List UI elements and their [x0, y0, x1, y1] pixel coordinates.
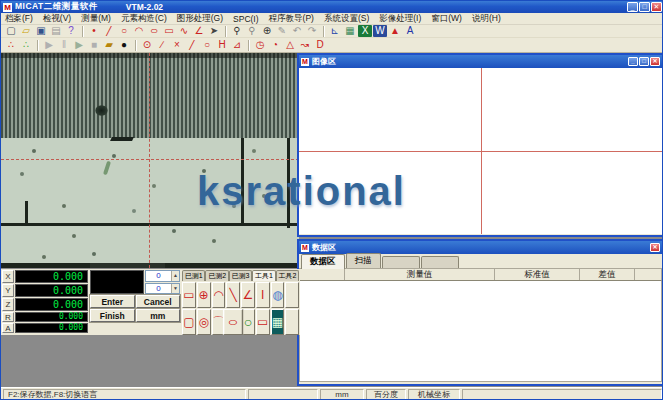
coord-axis-icon[interactable]: ⊾ [328, 25, 342, 37]
line2-icon[interactable]: ╱ [185, 39, 199, 51]
menu-help[interactable]: 说明(H) [472, 13, 501, 25]
tool-line-icon[interactable]: ╲ [226, 282, 240, 308]
status-angle-unit[interactable]: 百分度 [366, 389, 406, 400]
word-export-icon[interactable]: W [373, 25, 387, 37]
point-tool-icon[interactable]: • [87, 25, 101, 37]
image-view-icon[interactable]: ▦ [343, 25, 357, 37]
tool-ring-icon[interactable]: ◎ [197, 309, 211, 335]
camera-view[interactable] [1, 53, 299, 268]
menu-measure[interactable]: 测量(M) [81, 13, 111, 25]
segment-points-icon[interactable]: ∕ [155, 39, 169, 51]
menu-imageproc[interactable]: 影像处理(I) [379, 13, 421, 25]
tool-height-icon[interactable]: I [256, 282, 270, 308]
graphics-close-button[interactable]: ✕ [650, 57, 660, 66]
play-icon[interactable]: ▶ [42, 39, 56, 51]
circle-point-icon[interactable]: ⊙ [140, 39, 154, 51]
pan-icon[interactable]: ⚲ [245, 25, 259, 37]
stop-icon[interactable]: ■ [87, 39, 101, 51]
run-icon[interactable]: ▶ [72, 39, 86, 51]
center-target-icon[interactable]: ⊕ [260, 25, 274, 37]
data-close-button[interactable]: ✕ [650, 243, 660, 252]
status-coord-mode[interactable]: 机械坐标 [408, 389, 460, 400]
line-tool-icon[interactable]: ╱ [102, 25, 116, 37]
menu-file[interactable]: 档案(F) [5, 13, 33, 25]
save-icon[interactable]: ▣ [34, 25, 48, 37]
text-label-icon[interactable]: A [403, 25, 417, 37]
tool-rect-icon[interactable]: ▭ [182, 282, 196, 308]
menu-spc[interactable]: SPC(I) [233, 14, 259, 24]
zoom-icon[interactable]: ⚲ [230, 25, 244, 37]
circle-tool-icon[interactable]: ○ [117, 25, 131, 37]
spinner-1[interactable]: 0 ▲ [145, 270, 180, 282]
tab-measured-3[interactable]: 已测3 [229, 270, 252, 281]
title-bar[interactable]: M MICAT二维测量软件 VTM-2.02 _ □ ✕ [1, 1, 663, 13]
angle2-icon[interactable]: ⊿ [230, 39, 244, 51]
tri-angle-icon[interactable]: △ [283, 39, 297, 51]
tab-data[interactable]: 数据区 [301, 254, 345, 269]
distance-h-icon[interactable]: H [215, 39, 229, 51]
delete-x-icon[interactable]: × [170, 39, 184, 51]
enter-button[interactable]: Enter [90, 295, 135, 308]
angle-tool-icon[interactable]: ∠ [192, 25, 206, 37]
video-crosshair-vertical [149, 53, 150, 268]
menu-window[interactable]: 窗口(W) [431, 13, 462, 25]
tool-blank [285, 309, 299, 335]
pause-icon[interactable]: ‖ [57, 39, 71, 51]
tab-measured-2[interactable]: 已测2 [205, 270, 228, 281]
report-app-icon[interactable]: ▲ [388, 25, 402, 37]
menu-system[interactable]: 系统设置(S) [324, 13, 369, 25]
print-icon[interactable]: ▤ [49, 25, 63, 37]
tab-tools-2[interactable]: 工具2 [276, 270, 299, 281]
calib-dots-red-icon[interactable]: ∴ [4, 39, 18, 51]
status-unit[interactable]: mm [320, 389, 364, 400]
tool-globe-icon[interactable]: ◍ [271, 282, 285, 308]
spinner-up-icon[interactable]: ▲ [171, 271, 179, 281]
graphics-restore-button[interactable]: □ [639, 57, 649, 66]
new-file-icon[interactable]: ▢ [4, 25, 18, 37]
toolbar-separator [323, 26, 324, 37]
tool-angle-icon[interactable]: ∠ [241, 282, 255, 308]
tool-arc-icon[interactable]: ◠ [212, 282, 226, 308]
clock1-icon[interactable]: ◷ [253, 39, 267, 51]
pencil-icon[interactable]: ✎ [275, 25, 289, 37]
spinner-2[interactable]: 0 ▼ [145, 283, 180, 295]
datum-d-icon[interactable]: Ḋ [313, 39, 327, 51]
tab-measured-1[interactable]: 已测1 [182, 270, 205, 281]
tool-rect2-icon[interactable]: ▭ [256, 309, 270, 335]
clock2-icon[interactable]: ◔ [268, 39, 282, 51]
menu-program[interactable]: 程序教导(P) [269, 13, 314, 25]
undo-icon[interactable]: ↶ [290, 25, 304, 37]
graphics-window-titlebar[interactable]: M 图像区 _ □ ✕ [299, 55, 662, 68]
folder-icon[interactable]: ▰ [102, 39, 116, 51]
tab-tools-1[interactable]: 工具1 [252, 270, 275, 281]
tool-circle-target-icon[interactable]: ⊕ [197, 282, 211, 308]
spline-tool-icon[interactable]: ∿ [177, 25, 191, 37]
calib-dots-green-icon[interactable]: ∴ [19, 39, 33, 51]
redo-icon[interactable]: ↷ [305, 25, 319, 37]
help-icon[interactable]: ? [64, 25, 78, 37]
circle2-icon[interactable]: ○ [200, 39, 214, 51]
close-button[interactable]: ✕ [651, 2, 662, 12]
tool-calculator-icon[interactable]: ▦ [271, 309, 285, 335]
restore-button[interactable]: □ [639, 2, 650, 12]
open-folder-icon[interactable]: ▱ [19, 25, 33, 37]
menu-construct[interactable]: 元素构造(C) [121, 13, 167, 25]
pick-tool-icon[interactable]: ➤ [207, 25, 221, 37]
menu-graphics[interactable]: 图形处理(G) [177, 13, 223, 25]
unit-button[interactable]: mm [136, 309, 181, 322]
tool-oval-icon[interactable]: ○ [223, 309, 243, 335]
tool-slot-icon[interactable]: ▢ [182, 309, 196, 335]
spinner-down-icon[interactable]: ▼ [171, 284, 179, 294]
finish-button[interactable]: Finish [90, 309, 135, 322]
data-table-body[interactable] [299, 281, 662, 382]
excel-export-icon[interactable]: X [358, 25, 372, 37]
minimize-button[interactable]: _ [627, 2, 638, 12]
graphics-minimize-button[interactable]: _ [628, 57, 638, 66]
tab-scan[interactable]: 扫描 [346, 253, 381, 268]
tool-green-ring-icon[interactable]: ○ [241, 309, 255, 335]
ellipse-tool-icon[interactable]: ○ [144, 25, 164, 37]
cancel-button[interactable]: Cancel [136, 295, 181, 308]
lens-icon[interactable]: ● [117, 39, 131, 51]
arrow-curve-icon[interactable]: ↝ [298, 39, 312, 51]
menu-view[interactable]: 检视(V) [43, 13, 71, 25]
